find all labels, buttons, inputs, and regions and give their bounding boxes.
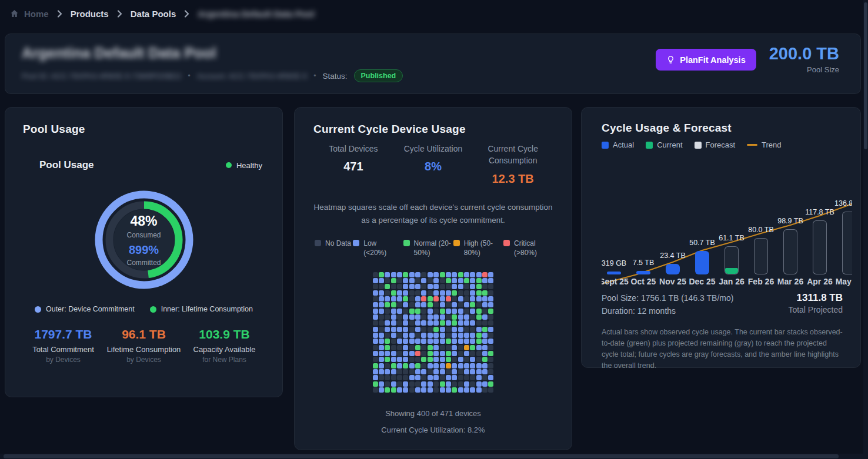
heatmap-cell[interactable] [428, 314, 433, 320]
heatmap-cell[interactable] [458, 278, 463, 283]
heatmap-cell[interactable] [476, 290, 482, 296]
heatmap-cell[interactable] [458, 309, 463, 314]
heatmap-cell[interactable] [482, 314, 488, 320]
heatmap-cell[interactable] [397, 278, 402, 283]
actual-bar[interactable] [695, 251, 709, 274]
heatmap-cell[interactable] [452, 375, 457, 380]
heatmap-cell[interactable] [464, 302, 469, 307]
heatmap-cell[interactable] [476, 369, 482, 374]
heatmap-cell[interactable] [482, 320, 488, 326]
heatmap-cell[interactable] [428, 381, 433, 387]
heatmap-cell[interactable] [464, 296, 469, 301]
heatmap-cell[interactable] [409, 345, 415, 350]
heatmap-cell[interactable] [409, 284, 415, 289]
heatmap-cell[interactable] [409, 302, 415, 307]
heatmap-cell[interactable] [446, 272, 451, 277]
heatmap-cell[interactable] [458, 345, 463, 350]
heatmap-cell[interactable] [433, 363, 439, 368]
heatmap-cell[interactable] [452, 290, 457, 296]
heatmap-cell[interactable] [452, 345, 457, 350]
heatmap-cell[interactable] [446, 284, 451, 289]
heatmap-cell[interactable] [458, 314, 463, 320]
heatmap-cell[interactable] [446, 314, 451, 320]
heatmap-cell[interactable] [470, 327, 475, 332]
heatmap-cell[interactable] [379, 309, 384, 314]
heatmap-cell[interactable] [403, 302, 408, 307]
heatmap-cell[interactable] [440, 302, 445, 307]
heatmap-cell[interactable] [409, 351, 415, 356]
heatmap-cell[interactable] [403, 339, 408, 344]
heatmap-cell[interactable] [415, 327, 420, 332]
heatmap-cell[interactable] [415, 345, 420, 350]
forecast-bar[interactable] [813, 220, 827, 274]
heatmap-cell[interactable] [415, 302, 420, 307]
heatmap-cell[interactable] [385, 278, 390, 283]
heatmap-cell[interactable] [397, 357, 402, 362]
heatmap-cell[interactable] [476, 345, 482, 350]
heatmap-cell[interactable] [385, 272, 390, 277]
heatmap-cell[interactable] [470, 387, 475, 393]
heatmap-cell[interactable] [415, 314, 420, 320]
heatmap-cell[interactable] [397, 339, 402, 344]
heatmap-cell[interactable] [470, 339, 475, 344]
heatmap-cell[interactable] [409, 357, 415, 362]
heatmap-cell[interactable] [373, 284, 378, 289]
heatmap-cell[interactable] [446, 339, 451, 344]
heatmap-cell[interactable] [452, 309, 457, 314]
heatmap-cell[interactable] [373, 375, 378, 380]
heatmap-cell[interactable] [415, 381, 420, 387]
heatmap-cell[interactable] [476, 381, 482, 387]
heatmap-cell[interactable] [433, 327, 439, 332]
heatmap-cell[interactable] [421, 278, 426, 283]
heatmap-cell[interactable] [379, 327, 384, 332]
actual-bar[interactable] [607, 272, 621, 274]
heatmap-cell[interactable] [458, 327, 463, 332]
heatmap-cell[interactable] [409, 296, 415, 301]
heatmap-cell[interactable] [428, 272, 433, 277]
heatmap-cell[interactable] [397, 387, 402, 393]
heatmap-cell[interactable] [476, 363, 482, 368]
heatmap-cell[interactable] [397, 314, 402, 320]
heatmap-cell[interactable] [452, 314, 457, 320]
heatmap-cell[interactable] [397, 290, 402, 296]
heatmap-cell[interactable] [464, 363, 469, 368]
heatmap-cell[interactable] [409, 333, 415, 338]
heatmap-cell[interactable] [446, 296, 451, 301]
heatmap-cell[interactable] [409, 272, 415, 277]
heatmap-cell[interactable] [458, 381, 463, 387]
heatmap-cell[interactable] [470, 333, 475, 338]
heatmap-cell[interactable] [440, 363, 445, 368]
heatmap-cell[interactable] [464, 357, 469, 362]
heatmap-cell[interactable] [470, 314, 475, 320]
heatmap-cell[interactable] [488, 369, 493, 374]
heatmap-cell[interactable] [428, 351, 433, 356]
heatmap-cell[interactable] [440, 314, 445, 320]
heatmap-cell[interactable] [415, 272, 420, 277]
heatmap-cell[interactable] [464, 345, 469, 350]
heatmap-cell[interactable] [452, 381, 457, 387]
heatmap-cell[interactable] [385, 290, 390, 296]
heatmap-cell[interactable] [488, 363, 493, 368]
heatmap-cell[interactable] [440, 290, 445, 296]
heatmap-cell[interactable] [421, 309, 426, 314]
heatmap-cell[interactable] [397, 302, 402, 307]
heatmap-cell[interactable] [433, 339, 439, 344]
heatmap-cell[interactable] [428, 296, 433, 301]
heatmap-cell[interactable] [464, 320, 469, 326]
heatmap-cell[interactable] [482, 278, 488, 283]
heatmap-cell[interactable] [488, 339, 493, 344]
heatmap-cell[interactable] [415, 278, 420, 283]
heatmap-cell[interactable] [464, 309, 469, 314]
heatmap-cell[interactable] [391, 302, 396, 307]
heatmap-cell[interactable] [385, 309, 390, 314]
heatmap-cell[interactable] [415, 351, 420, 356]
heatmap-cell[interactable] [440, 357, 445, 362]
heatmap-cell[interactable] [397, 375, 402, 380]
breadcrumb-item-home[interactable]: Home [9, 9, 49, 19]
heatmap-cell[interactable] [379, 296, 384, 301]
heatmap-cell[interactable] [433, 302, 439, 307]
heatmap-cell[interactable] [391, 309, 396, 314]
donut-chart[interactable]: 48% Consumed 899% Committed [89, 185, 199, 294]
heatmap-cell[interactable] [452, 339, 457, 344]
heatmap-cell[interactable] [440, 387, 445, 393]
